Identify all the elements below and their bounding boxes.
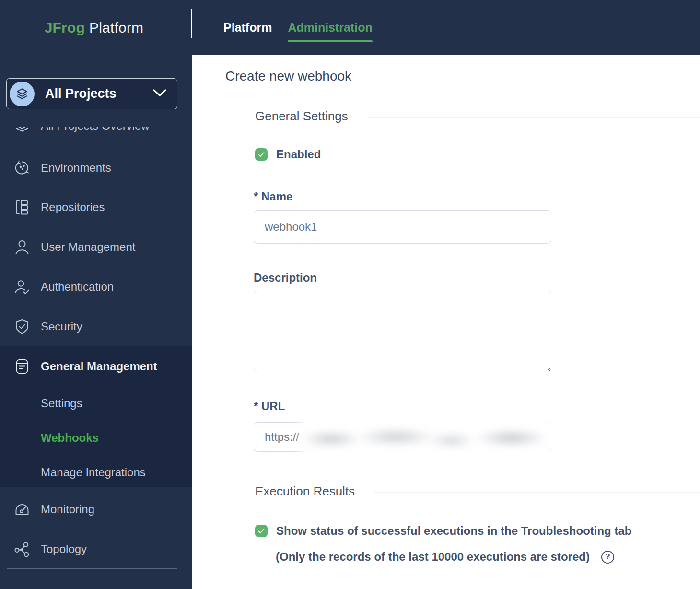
sidebar-item-label: Monitoring bbox=[41, 503, 94, 516]
header-divider bbox=[191, 9, 192, 38]
sidebar-subitem-label-active: Webhooks bbox=[41, 431, 99, 445]
general-settings-section-header: General Settings bbox=[255, 109, 700, 124]
sidebar-item-environments[interactable]: Environments bbox=[0, 156, 192, 179]
tab-platform[interactable]: Platform bbox=[223, 0, 272, 55]
execution-results-section-header: Execution Results bbox=[255, 484, 700, 499]
sidebar-item-monitoring[interactable]: Monitoring bbox=[0, 498, 192, 521]
section-divider-line bbox=[374, 492, 700, 493]
sidebar-item-topology[interactable]: Topology bbox=[0, 538, 192, 561]
logo-jfrog-text: JFrog bbox=[45, 20, 85, 36]
description-field-label: Description bbox=[254, 271, 317, 284]
show-status-label: Show status of successful executions in … bbox=[276, 524, 631, 538]
name-field-label: * Name bbox=[254, 190, 292, 203]
sidebar-item-label: Topology bbox=[41, 542, 87, 556]
show-status-checkbox-row: Show status of successful executions in … bbox=[255, 524, 631, 538]
jfrog-logo[interactable]: JFrog Platform bbox=[0, 0, 188, 55]
admin-sidebar: All Projects Overview All Projects bbox=[0, 55, 192, 589]
url-field-label: * URL bbox=[254, 400, 285, 413]
repositories-icon bbox=[13, 199, 31, 216]
top-header: JFrog Platform Platform Administration bbox=[0, 0, 700, 55]
scroll-clip-overlay bbox=[0, 109, 192, 127]
description-textarea[interactable] bbox=[254, 291, 551, 372]
project-selector-label: All Projects bbox=[45, 86, 153, 101]
enabled-checkbox-row: Enabled bbox=[255, 148, 321, 161]
check-icon bbox=[257, 150, 266, 159]
sidebar-divider bbox=[7, 568, 177, 569]
sidebar-item-general-management[interactable]: General Management bbox=[0, 355, 192, 378]
page-title: Create new webhook bbox=[225, 69, 351, 84]
name-input[interactable] bbox=[254, 210, 551, 244]
logo-platform-text: Platform bbox=[89, 20, 143, 36]
sidebar-item-label: Repositories bbox=[41, 200, 105, 214]
section-divider-line bbox=[367, 117, 700, 118]
sidebar-subitem-label: Manage Integrations bbox=[41, 466, 146, 479]
general-settings-heading: General Settings bbox=[255, 109, 348, 124]
sidebar-item-label: Authentication bbox=[41, 280, 114, 294]
environments-cycle-icon bbox=[13, 159, 31, 177]
header-tabs: Platform Administration bbox=[223, 0, 373, 55]
all-projects-icon bbox=[10, 82, 35, 106]
question-glyph: ? bbox=[605, 552, 610, 562]
tab-administration-label: Administration bbox=[288, 21, 372, 35]
sidebar-subitem-manage-integrations[interactable]: Manage Integrations bbox=[0, 461, 192, 484]
gauge-icon bbox=[13, 501, 31, 518]
check-icon bbox=[257, 527, 266, 535]
sidebar-item-user-management[interactable]: User Management bbox=[0, 236, 192, 259]
sidebar-item-repositories[interactable]: Repositories bbox=[0, 196, 192, 219]
sidebar-subitem-webhooks[interactable]: Webhooks bbox=[0, 426, 192, 449]
main-content: Create new webhook General Settings Enab… bbox=[192, 55, 700, 589]
sidebar-item-label: Environments bbox=[41, 161, 111, 175]
project-selector[interactable]: All Projects bbox=[6, 78, 177, 109]
execution-results-heading: Execution Results bbox=[255, 484, 355, 499]
user-check-icon bbox=[13, 278, 31, 295]
sidebar-item-authentication[interactable]: Authentication bbox=[0, 275, 192, 298]
sidebar-item-security[interactable]: Security bbox=[0, 315, 192, 338]
show-status-note-row: (Only the records of the last 10000 exec… bbox=[276, 550, 614, 564]
notebook-icon bbox=[13, 358, 31, 375]
sidebar-item-label: Security bbox=[41, 320, 82, 333]
enabled-label: Enabled bbox=[276, 148, 321, 161]
show-status-checkbox[interactable] bbox=[255, 525, 268, 537]
show-status-note: (Only the records of the last 10000 exec… bbox=[276, 550, 590, 564]
sidebar-subitem-settings[interactable]: Settings bbox=[0, 392, 192, 415]
tab-platform-label: Platform bbox=[223, 21, 272, 35]
url-input[interactable] bbox=[254, 422, 551, 452]
sidebar-item-label: User Management bbox=[41, 240, 135, 254]
chevron-down-icon bbox=[153, 89, 166, 99]
tab-administration[interactable]: Administration bbox=[288, 0, 372, 55]
enabled-checkbox[interactable] bbox=[255, 148, 268, 161]
topology-nodes-icon bbox=[13, 541, 31, 558]
sidebar-subitem-label: Settings bbox=[41, 397, 82, 410]
question-circle-icon[interactable]: ? bbox=[601, 551, 614, 564]
shield-check-icon bbox=[13, 318, 31, 335]
active-tab-underline bbox=[288, 40, 372, 42]
user-icon bbox=[13, 238, 31, 256]
sidebar-item-label: General Management bbox=[41, 360, 157, 373]
